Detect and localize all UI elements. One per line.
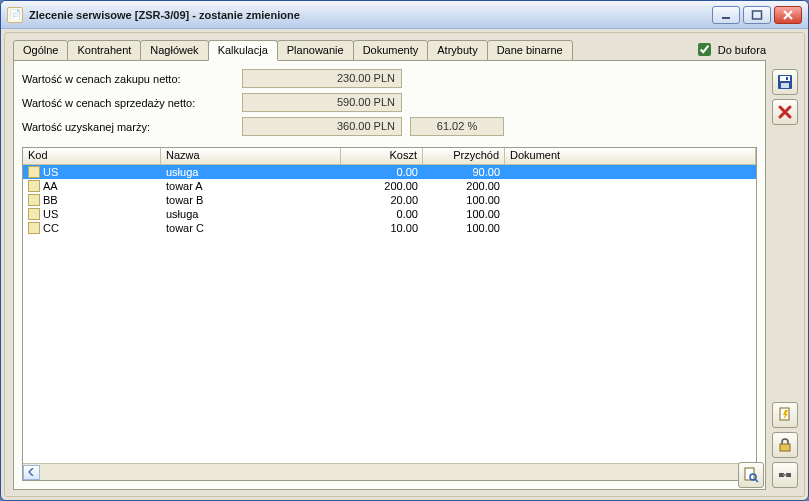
- cell-przychod: 100.00: [423, 193, 505, 207]
- lock-icon: [777, 437, 793, 453]
- col-header-dokument[interactable]: Dokument: [505, 148, 756, 164]
- calculation-grid[interactable]: Kod Nazwa Koszt Przychód Dokument USusłu…: [22, 147, 757, 481]
- to-buffer-checkbox[interactable]: Do bufora: [694, 40, 766, 59]
- tab-atrybuty[interactable]: Atrybuty: [427, 40, 487, 61]
- tab-kalkulacja[interactable]: Kalkulacja: [208, 40, 278, 61]
- row-icon: [28, 166, 40, 178]
- net-sales-value: 590.00 PLN: [242, 93, 402, 112]
- table-row[interactable]: AAtowar A200.00200.00: [23, 179, 756, 193]
- net-purchase-value: 230.00 PLN: [242, 69, 402, 88]
- window-controls: [712, 6, 802, 24]
- cell-kod: US: [23, 207, 161, 221]
- net-sales-label: Wartość w cenach sprzedaży netto:: [22, 97, 242, 109]
- horizontal-scrollbar[interactable]: [23, 463, 756, 480]
- row-icon: [28, 180, 40, 192]
- grid-header[interactable]: Kod Nazwa Koszt Przychód Dokument: [23, 148, 756, 165]
- titlebar[interactable]: 📄 Zlecenie serwisowe [ZSR-3/09] - zostan…: [1, 1, 808, 29]
- scroll-track[interactable]: [40, 465, 739, 480]
- svg-rect-3: [780, 76, 790, 81]
- table-row[interactable]: CCtowar C10.00100.00: [23, 221, 756, 235]
- preview-button[interactable]: [738, 462, 764, 488]
- cell-dokument: [505, 221, 756, 235]
- bottom-right-toolbar: [738, 462, 764, 488]
- svg-rect-1: [753, 11, 762, 19]
- grid-body[interactable]: USusługa0.0090.00AAtowar A200.00200.00BB…: [23, 165, 756, 463]
- tab-planowanie[interactable]: Planowanie: [277, 40, 354, 61]
- cell-dokument: [505, 165, 756, 179]
- to-buffer-label: Do bufora: [718, 44, 766, 56]
- to-buffer-input[interactable]: [698, 43, 711, 56]
- svg-rect-4: [781, 83, 789, 88]
- net-purchase-label: Wartość w cenach zakupu netto:: [22, 73, 242, 85]
- scroll-left-button[interactable]: [23, 465, 40, 480]
- side-toolbar-bottom: [772, 402, 798, 488]
- svg-rect-5: [786, 77, 788, 80]
- tab-dokumenty[interactable]: Dokumenty: [353, 40, 429, 61]
- table-row[interactable]: USusługa0.00100.00: [23, 207, 756, 221]
- cell-nazwa: towar B: [161, 193, 341, 207]
- main-window: 📄 Zlecenie serwisowe [ZSR-3/09] - zostan…: [0, 0, 809, 501]
- tab-panel-kalkulacja: Wartość w cenach zakupu netto: 230.00 PL…: [13, 60, 766, 490]
- document-bolt-icon: [777, 407, 793, 423]
- cancel-button[interactable]: [772, 99, 798, 125]
- cell-nazwa: towar C: [161, 221, 341, 235]
- cell-koszt: 20.00: [341, 193, 423, 207]
- cell-koszt: 10.00: [341, 221, 423, 235]
- table-row[interactable]: BBtowar B20.00100.00: [23, 193, 756, 207]
- magnifier-doc-icon: [743, 467, 759, 483]
- cell-nazwa: usługa: [161, 207, 341, 221]
- table-row[interactable]: USusługa0.0090.00: [23, 165, 756, 179]
- svg-rect-7: [780, 444, 790, 451]
- cell-koszt: 0.00: [341, 207, 423, 221]
- svg-line-13: [755, 479, 758, 482]
- maximize-button[interactable]: [743, 6, 771, 24]
- col-header-koszt[interactable]: Koszt: [341, 148, 423, 164]
- cell-dokument: [505, 179, 756, 193]
- minimize-button[interactable]: [712, 6, 740, 24]
- cell-przychod: 200.00: [423, 179, 505, 193]
- col-header-przychod[interactable]: Przychód: [423, 148, 505, 164]
- lock-button[interactable]: [772, 432, 798, 458]
- window-title: Zlecenie serwisowe [ZSR-3/09] - zostanie…: [29, 9, 712, 21]
- x-icon: [777, 104, 793, 120]
- document-action-button[interactable]: [772, 402, 798, 428]
- link-button[interactable]: [772, 462, 798, 488]
- col-header-kod[interactable]: Kod: [23, 148, 161, 164]
- cell-przychod: 90.00: [423, 165, 505, 179]
- cell-przychod: 100.00: [423, 207, 505, 221]
- svg-rect-10: [783, 474, 787, 476]
- tab-strip: OgólneKontrahentNagłówekKalkulacjaPlanow…: [13, 40, 572, 61]
- tab-ogólne[interactable]: Ogólne: [13, 40, 68, 61]
- cell-kod: CC: [23, 221, 161, 235]
- row-icon: [28, 208, 40, 220]
- row-icon: [28, 222, 40, 234]
- svg-rect-0: [722, 17, 730, 19]
- cell-koszt: 0.00: [341, 165, 423, 179]
- col-header-nazwa[interactable]: Nazwa: [161, 148, 341, 164]
- cell-kod: BB: [23, 193, 161, 207]
- side-toolbar-top: [772, 69, 798, 125]
- save-button[interactable]: [772, 69, 798, 95]
- tab-nagłówek[interactable]: Nagłówek: [140, 40, 208, 61]
- floppy-icon: [777, 74, 793, 90]
- tab-dane-binarne[interactable]: Dane binarne: [487, 40, 573, 61]
- tab-kontrahent[interactable]: Kontrahent: [67, 40, 141, 61]
- client-area: OgólneKontrahentNagłówekKalkulacjaPlanow…: [4, 32, 805, 497]
- cell-dokument: [505, 193, 756, 207]
- margin-label: Wartość uzyskanej marży:: [22, 121, 242, 133]
- cell-nazwa: usługa: [161, 165, 341, 179]
- margin-percent: 61.02 %: [410, 117, 504, 136]
- cell-przychod: 100.00: [423, 221, 505, 235]
- close-button[interactable]: [774, 6, 802, 24]
- cell-kod: AA: [23, 179, 161, 193]
- row-icon: [28, 194, 40, 206]
- app-icon: 📄: [7, 7, 23, 23]
- cell-koszt: 200.00: [341, 179, 423, 193]
- cell-nazwa: towar A: [161, 179, 341, 193]
- plug-icon: [777, 467, 793, 483]
- cell-kod: US: [23, 165, 161, 179]
- cell-dokument: [505, 207, 756, 221]
- margin-value: 360.00 PLN: [242, 117, 402, 136]
